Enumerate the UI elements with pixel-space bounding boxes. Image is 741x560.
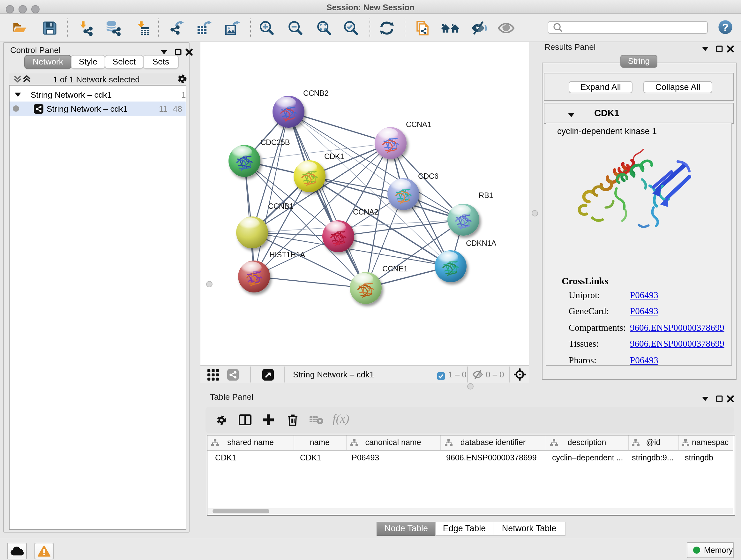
svg-text:?: ? <box>722 21 729 33</box>
svg-text:CCNA2: CCNA2 <box>353 207 378 216</box>
svg-text:CCNE1: CCNE1 <box>382 264 408 273</box>
svg-text:CCNB2: CCNB2 <box>303 89 328 98</box>
svg-text:CCNB1: CCNB1 <box>268 202 293 210</box>
svg-text:CCNA1: CCNA1 <box>406 120 431 129</box>
svg-text:CDKN1A: CDKN1A <box>466 239 496 247</box>
svg-text:CDC25B: CDC25B <box>260 138 290 146</box>
svg-text:HIST1H1A: HIST1H1A <box>269 250 305 259</box>
svg-text:CDK1: CDK1 <box>324 152 344 161</box>
svg-text:CDC6: CDC6 <box>418 172 439 180</box>
svg-text:RB1: RB1 <box>479 191 493 199</box>
